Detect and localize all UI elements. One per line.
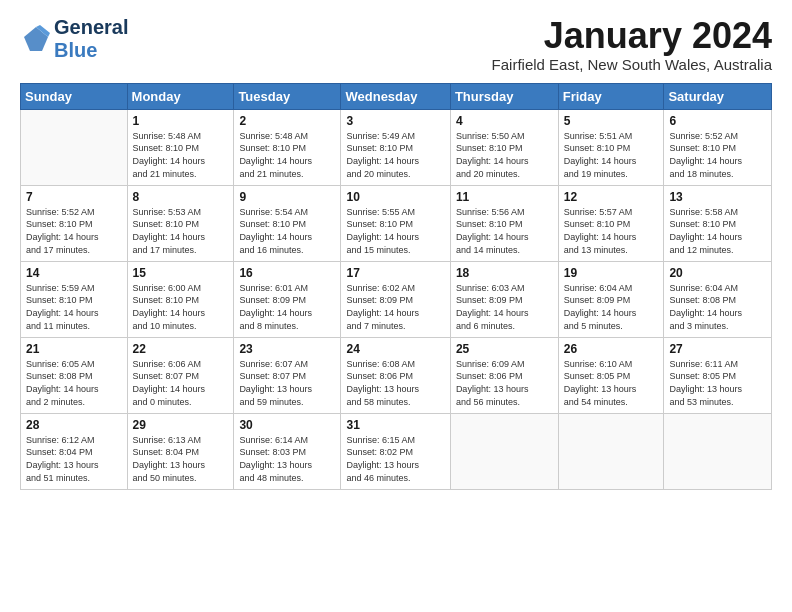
day-info: Sunrise: 5:51 AM Sunset: 8:10 PM Dayligh… (564, 130, 659, 180)
day-number: 6 (669, 113, 766, 129)
day-info: Sunrise: 5:48 AM Sunset: 8:10 PM Dayligh… (133, 130, 229, 180)
day-info: Sunrise: 5:48 AM Sunset: 8:10 PM Dayligh… (239, 130, 335, 180)
header-thursday: Thursday (450, 83, 558, 109)
day-number: 12 (564, 189, 659, 205)
calendar-cell: 16Sunrise: 6:01 AM Sunset: 8:09 PM Dayli… (234, 261, 341, 337)
day-info: Sunrise: 6:10 AM Sunset: 8:05 PM Dayligh… (564, 358, 659, 408)
calendar-cell: 8Sunrise: 5:53 AM Sunset: 8:10 PM Daylig… (127, 185, 234, 261)
day-number: 18 (456, 265, 553, 281)
day-number: 10 (346, 189, 444, 205)
day-number: 31 (346, 417, 444, 433)
calendar-header-row: Sunday Monday Tuesday Wednesday Thursday… (21, 83, 772, 109)
day-info: Sunrise: 5:59 AM Sunset: 8:10 PM Dayligh… (26, 282, 122, 332)
day-number: 29 (133, 417, 229, 433)
logo-text-blue: Blue (54, 39, 128, 62)
day-number: 26 (564, 341, 659, 357)
day-info: Sunrise: 6:01 AM Sunset: 8:09 PM Dayligh… (239, 282, 335, 332)
logo-icon (20, 23, 52, 55)
day-info: Sunrise: 6:05 AM Sunset: 8:08 PM Dayligh… (26, 358, 122, 408)
day-info: Sunrise: 5:53 AM Sunset: 8:10 PM Dayligh… (133, 206, 229, 256)
calendar-cell: 18Sunrise: 6:03 AM Sunset: 8:09 PM Dayli… (450, 261, 558, 337)
calendar-cell: 24Sunrise: 6:08 AM Sunset: 8:06 PM Dayli… (341, 337, 450, 413)
day-number: 20 (669, 265, 766, 281)
week-row-0: 1Sunrise: 5:48 AM Sunset: 8:10 PM Daylig… (21, 109, 772, 185)
day-info: Sunrise: 6:04 AM Sunset: 8:08 PM Dayligh… (669, 282, 766, 332)
calendar-cell: 1Sunrise: 5:48 AM Sunset: 8:10 PM Daylig… (127, 109, 234, 185)
header-tuesday: Tuesday (234, 83, 341, 109)
day-number: 17 (346, 265, 444, 281)
day-info: Sunrise: 6:12 AM Sunset: 8:04 PM Dayligh… (26, 434, 122, 484)
day-info: Sunrise: 6:02 AM Sunset: 8:09 PM Dayligh… (346, 282, 444, 332)
calendar-cell: 22Sunrise: 6:06 AM Sunset: 8:07 PM Dayli… (127, 337, 234, 413)
header-friday: Friday (558, 83, 664, 109)
header: General Blue January 2024 Fairfield East… (20, 16, 772, 73)
calendar-cell: 25Sunrise: 6:09 AM Sunset: 8:06 PM Dayli… (450, 337, 558, 413)
day-number: 24 (346, 341, 444, 357)
day-number: 5 (564, 113, 659, 129)
day-number: 25 (456, 341, 553, 357)
day-number: 9 (239, 189, 335, 205)
calendar-cell: 2Sunrise: 5:48 AM Sunset: 8:10 PM Daylig… (234, 109, 341, 185)
day-info: Sunrise: 6:11 AM Sunset: 8:05 PM Dayligh… (669, 358, 766, 408)
day-number: 23 (239, 341, 335, 357)
day-number: 30 (239, 417, 335, 433)
day-info: Sunrise: 6:13 AM Sunset: 8:04 PM Dayligh… (133, 434, 229, 484)
calendar-cell: 27Sunrise: 6:11 AM Sunset: 8:05 PM Dayli… (664, 337, 772, 413)
header-wednesday: Wednesday (341, 83, 450, 109)
day-number: 13 (669, 189, 766, 205)
day-info: Sunrise: 5:54 AM Sunset: 8:10 PM Dayligh… (239, 206, 335, 256)
day-number: 2 (239, 113, 335, 129)
day-info: Sunrise: 6:08 AM Sunset: 8:06 PM Dayligh… (346, 358, 444, 408)
day-info: Sunrise: 5:50 AM Sunset: 8:10 PM Dayligh… (456, 130, 553, 180)
calendar-cell: 26Sunrise: 6:10 AM Sunset: 8:05 PM Dayli… (558, 337, 664, 413)
calendar-cell: 7Sunrise: 5:52 AM Sunset: 8:10 PM Daylig… (21, 185, 128, 261)
calendar-cell: 5Sunrise: 5:51 AM Sunset: 8:10 PM Daylig… (558, 109, 664, 185)
calendar-cell: 17Sunrise: 6:02 AM Sunset: 8:09 PM Dayli… (341, 261, 450, 337)
calendar-cell: 3Sunrise: 5:49 AM Sunset: 8:10 PM Daylig… (341, 109, 450, 185)
calendar-cell: 29Sunrise: 6:13 AM Sunset: 8:04 PM Dayli… (127, 413, 234, 489)
week-row-1: 7Sunrise: 5:52 AM Sunset: 8:10 PM Daylig… (21, 185, 772, 261)
day-info: Sunrise: 5:58 AM Sunset: 8:10 PM Dayligh… (669, 206, 766, 256)
calendar-cell: 19Sunrise: 6:04 AM Sunset: 8:09 PM Dayli… (558, 261, 664, 337)
day-info: Sunrise: 5:55 AM Sunset: 8:10 PM Dayligh… (346, 206, 444, 256)
header-sunday: Sunday (21, 83, 128, 109)
logo-text: General (54, 16, 128, 39)
day-info: Sunrise: 6:14 AM Sunset: 8:03 PM Dayligh… (239, 434, 335, 484)
calendar-cell: 31Sunrise: 6:15 AM Sunset: 8:02 PM Dayli… (341, 413, 450, 489)
calendar-cell: 14Sunrise: 5:59 AM Sunset: 8:10 PM Dayli… (21, 261, 128, 337)
day-number: 11 (456, 189, 553, 205)
week-row-2: 14Sunrise: 5:59 AM Sunset: 8:10 PM Dayli… (21, 261, 772, 337)
day-number: 15 (133, 265, 229, 281)
calendar-cell (664, 413, 772, 489)
day-info: Sunrise: 6:09 AM Sunset: 8:06 PM Dayligh… (456, 358, 553, 408)
day-info: Sunrise: 6:04 AM Sunset: 8:09 PM Dayligh… (564, 282, 659, 332)
day-info: Sunrise: 5:52 AM Sunset: 8:10 PM Dayligh… (669, 130, 766, 180)
day-info: Sunrise: 5:52 AM Sunset: 8:10 PM Dayligh… (26, 206, 122, 256)
calendar-cell: 23Sunrise: 6:07 AM Sunset: 8:07 PM Dayli… (234, 337, 341, 413)
header-monday: Monday (127, 83, 234, 109)
day-info: Sunrise: 6:03 AM Sunset: 8:09 PM Dayligh… (456, 282, 553, 332)
day-info: Sunrise: 6:07 AM Sunset: 8:07 PM Dayligh… (239, 358, 335, 408)
day-number: 28 (26, 417, 122, 433)
calendar-cell: 4Sunrise: 5:50 AM Sunset: 8:10 PM Daylig… (450, 109, 558, 185)
day-number: 3 (346, 113, 444, 129)
day-number: 22 (133, 341, 229, 357)
calendar-cell: 10Sunrise: 5:55 AM Sunset: 8:10 PM Dayli… (341, 185, 450, 261)
title-block: January 2024 Fairfield East, New South W… (492, 16, 772, 73)
week-row-4: 28Sunrise: 6:12 AM Sunset: 8:04 PM Dayli… (21, 413, 772, 489)
calendar-cell: 13Sunrise: 5:58 AM Sunset: 8:10 PM Dayli… (664, 185, 772, 261)
calendar: Sunday Monday Tuesday Wednesday Thursday… (20, 83, 772, 490)
day-number: 16 (239, 265, 335, 281)
calendar-cell: 28Sunrise: 6:12 AM Sunset: 8:04 PM Dayli… (21, 413, 128, 489)
month-title: January 2024 (492, 16, 772, 56)
calendar-cell (21, 109, 128, 185)
day-info: Sunrise: 5:57 AM Sunset: 8:10 PM Dayligh… (564, 206, 659, 256)
day-info: Sunrise: 5:56 AM Sunset: 8:10 PM Dayligh… (456, 206, 553, 256)
calendar-body: 1Sunrise: 5:48 AM Sunset: 8:10 PM Daylig… (21, 109, 772, 489)
calendar-cell: 15Sunrise: 6:00 AM Sunset: 8:10 PM Dayli… (127, 261, 234, 337)
day-number: 21 (26, 341, 122, 357)
calendar-cell: 12Sunrise: 5:57 AM Sunset: 8:10 PM Dayli… (558, 185, 664, 261)
day-number: 19 (564, 265, 659, 281)
day-info: Sunrise: 5:49 AM Sunset: 8:10 PM Dayligh… (346, 130, 444, 180)
calendar-cell: 20Sunrise: 6:04 AM Sunset: 8:08 PM Dayli… (664, 261, 772, 337)
